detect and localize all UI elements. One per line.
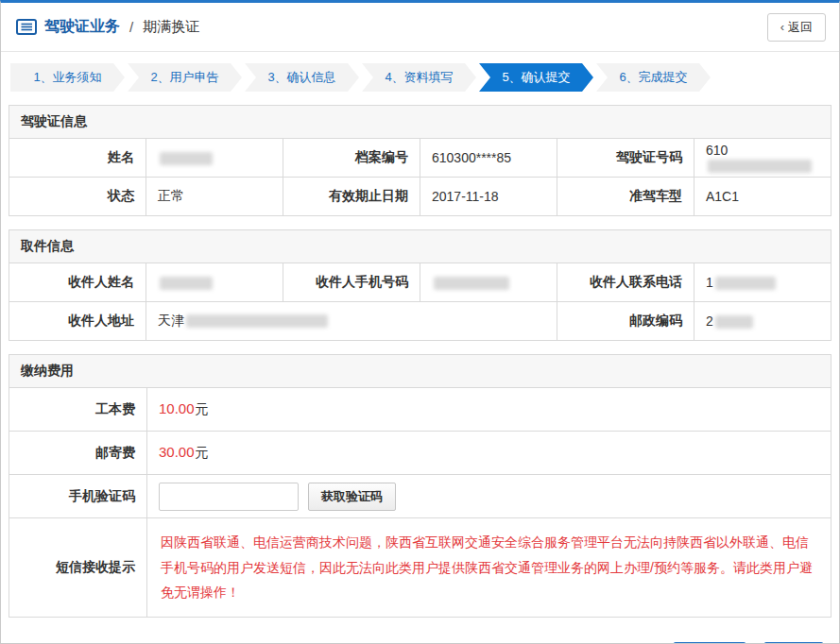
vehicle-type-label: 准驾车型 (557, 178, 694, 216)
redacted-recipient-name (160, 277, 213, 290)
pickup-section-title: 取件信息 (9, 229, 831, 263)
file-number-label: 档案编号 (283, 139, 420, 178)
sms-notice-text: 因陕西省联通、电信运营商技术问题，陕西省互联网交通安全综合服务管理平台无法向持陕… (161, 530, 817, 605)
table-row: 工本费 10.00元 (9, 388, 831, 432)
redacted-address (186, 314, 328, 328)
page-subtitle: 期满换证 (143, 18, 199, 36)
production-fee-unit: 元 (196, 401, 209, 416)
step-breadcrumb: 1、业务须知 2、用户申告 3、确认信息 4、资料填写 5、确认提交 6、完成提… (10, 63, 830, 92)
table-row: 手机验证码 获取验证码 (9, 475, 831, 518)
redacted-mobile (434, 277, 509, 290)
license-section-title: 驾驶证信息 (9, 105, 831, 139)
recipient-mobile-label: 收件人手机号码 (283, 263, 420, 302)
back-button[interactable]: ‹ 返回 (767, 13, 826, 42)
pickup-info-table: 收件人姓名 收件人手机号码 收件人联系电话 1 收件人地址 天津 邮政编码 2 (9, 263, 831, 341)
get-sms-code-button[interactable]: 获取验证码 (308, 483, 396, 511)
title-separator: / (129, 19, 133, 35)
mailing-fee-value: 30.00元 (147, 432, 831, 475)
table-row: 收件人姓名 收件人手机号码 收件人联系电话 1 (9, 263, 831, 302)
step-5-confirm-submit-active[interactable]: 5、确认提交 (479, 63, 593, 92)
table-row: 姓名 档案编号 610300****85 驾驶证号码 610 (9, 139, 831, 178)
recipient-address-value: 天津 (146, 302, 557, 341)
header-bar: 驾驶证业务 / 期满换证 ‹ 返回 (1, 3, 839, 52)
step-4-fill-data[interactable]: 4、资料填写 (362, 63, 476, 92)
recipient-mobile-value (420, 263, 557, 302)
fee-table: 工本费 10.00元 邮寄费 30.00元 手机验证码 获取验证码 短信接收提 (9, 387, 831, 618)
license-info-section: 驾驶证信息 姓名 档案编号 610300****85 驾驶证号码 610 状态 … (9, 105, 831, 216)
list-icon (16, 19, 37, 35)
redacted-license-number (708, 160, 812, 173)
postal-code-label: 邮政编码 (557, 302, 694, 341)
file-number-value: 610300****85 (420, 139, 557, 178)
page-title: 驾驶证业务 (44, 17, 120, 37)
fee-section: 缴纳费用 工本费 10.00元 邮寄费 30.00元 手机验证码 获取验证码 (9, 354, 831, 618)
back-chevron-icon: ‹ (780, 20, 784, 34)
name-value (146, 139, 283, 178)
postal-code-value: 2 (694, 302, 831, 341)
mailing-fee-label: 邮寄费 (9, 432, 147, 475)
table-row: 短信接收提示 因陕西省联通、电信运营商技术问题，陕西省互联网交通安全综合服务管理… (9, 518, 831, 618)
recipient-name-value (146, 263, 283, 302)
sms-notice-label: 短信接收提示 (9, 518, 147, 618)
production-fee-label: 工本费 (9, 388, 147, 432)
step-3-confirm-info[interactable]: 3、确认信息 (245, 63, 359, 92)
table-row: 邮寄费 30.00元 (9, 432, 831, 475)
sms-code-label: 手机验证码 (9, 475, 147, 518)
table-row: 收件人地址 天津 邮政编码 2 (9, 302, 831, 341)
license-info-table: 姓名 档案编号 610300****85 驾驶证号码 610 状态 正常 有效期… (9, 138, 831, 216)
recipient-address-label: 收件人地址 (9, 302, 146, 341)
header-title-group: 驾驶证业务 / 期满换证 (16, 17, 199, 37)
step-6-complete-submit[interactable]: 6、完成提交 (596, 63, 711, 92)
expiry-date-value: 2017-11-18 (420, 178, 557, 216)
mailing-fee-amount: 30.00 (159, 444, 195, 460)
sms-notice-cell: 因陕西省联通、电信运营商技术问题，陕西省互联网交通安全综合服务管理平台无法向持陕… (147, 518, 831, 618)
page: 驾驶证业务 / 期满换证 ‹ 返回 1、业务须知 2、用户申告 3、确认信息 4… (0, 0, 840, 644)
pickup-info-section: 取件信息 收件人姓名 收件人手机号码 收件人联系电话 1 收件人地址 天津 邮政… (9, 229, 831, 341)
recipient-phone-label: 收件人联系电话 (557, 263, 694, 302)
license-number-value: 610 (694, 139, 831, 178)
step-2-user-declaration[interactable]: 2、用户申告 (128, 63, 242, 92)
expiry-date-label: 有效期止日期 (283, 178, 420, 216)
redacted-name (160, 152, 213, 165)
redacted-postal-code (715, 315, 753, 329)
recipient-name-label: 收件人姓名 (9, 263, 146, 302)
sms-code-input[interactable] (159, 483, 299, 511)
production-fee-value: 10.00元 (147, 388, 831, 432)
fee-section-title: 缴纳费用 (9, 354, 831, 388)
status-value: 正常 (146, 178, 283, 216)
table-row: 状态 正常 有效期止日期 2017-11-18 准驾车型 A1C1 (9, 178, 831, 216)
step-1-business-notice[interactable]: 1、业务须知 (10, 63, 125, 92)
mailing-fee-unit: 元 (196, 445, 209, 460)
status-label: 状态 (9, 178, 146, 216)
recipient-phone-value: 1 (694, 263, 831, 302)
redacted-phone (715, 277, 776, 290)
license-number-label: 驾驶证号码 (557, 139, 694, 178)
back-button-label: 返回 (788, 19, 813, 36)
footer-actions: 上一步 完成 (1, 631, 839, 644)
production-fee-amount: 10.00 (159, 400, 195, 416)
vehicle-type-value: A1C1 (694, 178, 831, 216)
name-label: 姓名 (9, 139, 146, 178)
sms-code-cell: 获取验证码 (147, 475, 831, 518)
